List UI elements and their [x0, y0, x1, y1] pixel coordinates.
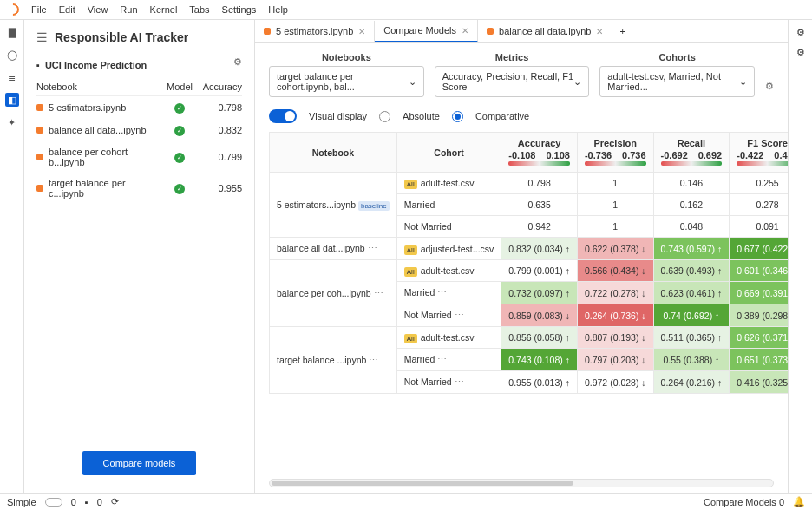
- sidebar-notebook-row[interactable]: balance all data...ipynb✓0.832: [36, 119, 242, 141]
- column-header[interactable]: F1 Score-0.4220.422: [730, 133, 788, 173]
- menu-file[interactable]: File: [31, 4, 47, 15]
- metric-cell: 0.798: [501, 173, 578, 194]
- column-header[interactable]: Accuracy-0.1080.108: [501, 133, 578, 173]
- check-icon: ✓: [174, 184, 185, 194]
- close-icon[interactable]: ✕: [462, 26, 468, 36]
- notebook-name: target balance per c...ipynb: [49, 178, 159, 199]
- editor-tab[interactable]: 5 estimators.ipynb✕: [255, 21, 375, 42]
- menu-help[interactable]: Help: [268, 4, 288, 15]
- table-row: target balance ...ipynb ⋯Alladult-test.c…: [270, 327, 789, 349]
- metric-cell: 0.626 (0.371) ↑: [730, 327, 788, 349]
- absolute-radio[interactable]: [379, 111, 390, 122]
- sidebar-notebook-row[interactable]: balance per cohort b...ipynb✓0.799: [36, 141, 242, 173]
- all-badge: All: [404, 267, 417, 277]
- accuracy-value: 0.955: [200, 183, 242, 193]
- cohort-cell: Not Married: [396, 216, 501, 238]
- column-header[interactable]: Notebook: [270, 133, 397, 173]
- notebook-cell: balance all dat...ipynb ⋯: [270, 238, 397, 260]
- running-icon[interactable]: ◯: [5, 48, 19, 62]
- more-icon[interactable]: ⋯: [437, 354, 448, 364]
- more-icon[interactable]: ⋯: [437, 287, 448, 298]
- status-count-2: 0: [97, 497, 102, 507]
- gear-icon[interactable]: ⚙: [796, 47, 805, 58]
- cohort-cell: Alladult-test.csv: [396, 173, 501, 194]
- visual-display-toggle[interactable]: [269, 109, 297, 123]
- new-tab-button[interactable]: +: [612, 23, 632, 40]
- filter-cohorts-select[interactable]: adult-test.csv, Married, Not Married...⌄: [599, 66, 755, 97]
- column-header[interactable]: Recall-0.6920.692: [653, 133, 730, 173]
- toggle-icon[interactable]: [45, 498, 62, 507]
- sync-icon[interactable]: ⟳: [111, 496, 119, 507]
- check-icon: ✓: [174, 126, 185, 136]
- simple-mode-toggle[interactable]: Simple: [7, 497, 36, 507]
- sidebar-title: Responsible AI Tracker: [55, 30, 188, 44]
- check-icon: ✓: [174, 103, 185, 114]
- list-icon[interactable]: ≣: [5, 70, 19, 84]
- metric-cell: 0.797 (0.203) ↓: [577, 349, 653, 371]
- comparative-label: Comparative: [475, 111, 529, 121]
- filter-metrics-select[interactable]: Accuracy, Precision, Recall, F1 Score⌄: [435, 66, 590, 97]
- editor-tab[interactable]: Compare Models✕: [375, 20, 478, 42]
- table-settings-icon[interactable]: ⚙: [765, 81, 774, 97]
- absolute-label: Absolute: [403, 111, 440, 121]
- notebook-cell: balance per coh...ipynb ⋯: [270, 260, 397, 327]
- all-badge: All: [404, 245, 417, 255]
- folder-icon: ▪: [36, 60, 40, 70]
- chevron-down-icon: ⌄: [573, 76, 581, 88]
- editor-tab[interactable]: balance all data.ipynb✕: [478, 21, 612, 42]
- metric-cell: 0.566 (0.434) ↓: [577, 260, 653, 282]
- metric-cell: 0.832 (0.034) ↑: [501, 238, 578, 260]
- metric-cell: 0.389 (0.298) ↑: [730, 304, 788, 327]
- more-icon[interactable]: ⋯: [369, 355, 379, 365]
- cohort-cell: Alladjusted-test...csv: [396, 238, 501, 260]
- extensions-icon[interactable]: ✦: [5, 115, 19, 129]
- comparative-radio[interactable]: [452, 111, 463, 122]
- more-icon[interactable]: ⋯: [374, 288, 384, 298]
- metric-cell: 0.955 (0.013) ↑: [501, 371, 578, 394]
- metric-cell: 1: [577, 173, 653, 194]
- bell-icon[interactable]: 🔔: [793, 496, 805, 507]
- metric-cell: 0.635: [501, 194, 578, 216]
- metric-cell: 0.732 (0.097) ↑: [501, 282, 578, 304]
- column-header[interactable]: Precision-0.7360.736: [577, 133, 653, 173]
- notebook-icon: [487, 28, 494, 35]
- metric-cell: 0.601 (0.346) ↑: [730, 260, 788, 282]
- cohort-cell: Married ⋯: [396, 349, 501, 371]
- menu-bar: File Edit View Run Kernel Tabs Settings …: [0, 0, 812, 20]
- table-row: 5 estimators...ipynb baselineAlladult-te…: [270, 173, 789, 194]
- column-header[interactable]: Cohort: [396, 133, 501, 173]
- close-icon[interactable]: ✕: [358, 27, 365, 36]
- compare-models-button[interactable]: Compare models: [82, 451, 197, 475]
- baseline-badge: baseline: [358, 201, 390, 211]
- menu-icon[interactable]: ☰: [36, 30, 48, 44]
- more-icon[interactable]: ⋯: [455, 376, 465, 387]
- menu-kernel[interactable]: Kernel: [150, 4, 178, 15]
- metric-cell: 0.677 (0.422) ↑: [730, 238, 788, 260]
- close-icon[interactable]: ✕: [596, 27, 603, 36]
- rai-tracker-icon[interactable]: ◧: [5, 93, 19, 107]
- more-icon[interactable]: ⋯: [455, 310, 465, 320]
- filter-cohorts-label: Cohorts: [659, 52, 696, 62]
- metric-cell: 0.859 (0.083) ↓: [501, 304, 578, 327]
- menu-settings[interactable]: Settings: [222, 4, 257, 15]
- horizontal-scrollbar[interactable]: [269, 479, 774, 487]
- menu-run[interactable]: Run: [120, 4, 137, 15]
- notebook-icon: [36, 185, 43, 192]
- sidebar-notebook-row[interactable]: 5 estimators.ipynb✓0.798: [36, 96, 242, 119]
- more-icon[interactable]: ⋯: [368, 243, 378, 253]
- jupyter-logo-icon: [4, 1, 22, 18]
- tab-label: balance all data.ipynb: [499, 26, 591, 36]
- metric-cell: 0.622 (0.378) ↓: [577, 238, 653, 260]
- menu-view[interactable]: View: [88, 4, 108, 15]
- project-settings-icon[interactable]: ⚙: [233, 56, 242, 73]
- tab-label: 5 estimators.ipynb: [276, 26, 353, 36]
- filter-notebooks-select[interactable]: target balance per cohort.ipynb, bal...⌄: [269, 66, 424, 97]
- sidebar-notebook-row[interactable]: target balance per c...ipynb✓0.955: [36, 173, 242, 204]
- metric-cell: 0.74 (0.692) ↑: [653, 304, 730, 327]
- main-content: 5 estimators.ipynb✕Compare Models✕balanc…: [255, 20, 788, 493]
- menu-tabs[interactable]: Tabs: [189, 4, 209, 15]
- folder-icon[interactable]: ▇: [5, 25, 19, 39]
- tab-label: Compare Models: [383, 25, 456, 36]
- menu-edit[interactable]: Edit: [59, 4, 75, 15]
- sliders-icon[interactable]: ⚙: [796, 27, 805, 38]
